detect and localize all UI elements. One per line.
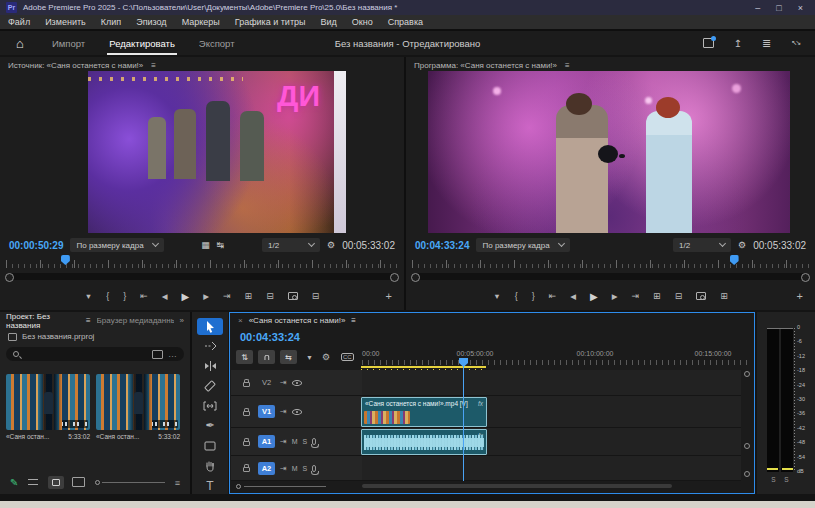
lock-icon[interactable] (243, 441, 250, 446)
hand-tool[interactable] (197, 457, 223, 474)
comparison-view-icon[interactable]: ↹ (217, 240, 225, 250)
thumbnail-zoom-slider[interactable] (95, 480, 164, 485)
export-frame-icon[interactable] (696, 292, 706, 300)
snap-magnet-icon[interactable]: U (258, 350, 275, 364)
timeline-hscrollbar[interactable] (362, 484, 672, 488)
mark-out-icon[interactable]: } (532, 291, 535, 301)
source-playhead[interactable] (61, 255, 70, 265)
tab-project[interactable]: Проект: Без названия (6, 312, 80, 330)
selection-tool[interactable] (197, 318, 223, 335)
add-button-icon[interactable]: + (797, 290, 803, 302)
project-clip-2[interactable]: «Саня остан... 5:33:02 (96, 374, 180, 440)
sync-lock-icon[interactable]: ⇥ (280, 437, 287, 446)
tab-media-browser[interactable]: Браузер медиаданных (97, 316, 174, 325)
minimize-button[interactable]: – (755, 3, 760, 13)
share-icon[interactable]: ↥ (734, 38, 742, 49)
icon-view-icon[interactable] (48, 476, 64, 489)
menu-help[interactable]: Справка (388, 17, 423, 27)
tab-edit[interactable]: Редактировать (97, 34, 187, 53)
solo-right-button[interactable]: S (784, 476, 788, 483)
more-tabs-icon[interactable]: » (180, 316, 184, 325)
source-scrub-ruler[interactable] (6, 256, 398, 268)
project-root-icon[interactable] (8, 333, 17, 341)
add-marker-icon[interactable]: ▼ (85, 292, 92, 301)
track-lane-a2[interactable] (362, 456, 741, 481)
lock-icon[interactable] (243, 411, 250, 416)
menu-markers[interactable]: Маркеры (182, 17, 220, 27)
menu-view[interactable]: Вид (321, 17, 337, 27)
clip-thumbnail[interactable] (96, 374, 180, 430)
ripple-edit-tool[interactable] (197, 358, 223, 375)
mic-icon[interactable] (312, 465, 316, 472)
timeline-settings-wrench-icon[interactable]: ⚙ (322, 352, 330, 362)
slip-tool[interactable] (197, 398, 223, 415)
track-visibility-icon[interactable] (292, 380, 302, 386)
proxy-toggle-icon[interactable]: ▦ (201, 240, 210, 250)
clip-thumbnail[interactable] (6, 374, 90, 430)
program-current-timecode[interactable]: 00:04:33:24 (415, 240, 469, 251)
audio-clip[interactable]: fx (361, 429, 487, 455)
step-back-icon[interactable]: ◀ (570, 292, 576, 301)
source-fit-dropdown[interactable]: По размеру кадра (70, 238, 163, 252)
export-frame-icon[interactable] (288, 292, 298, 300)
solo-left-button[interactable]: S (771, 476, 775, 483)
panel-menu-icon[interactable]: ≡ (565, 61, 570, 70)
goto-in-icon[interactable]: ⇤ (549, 291, 557, 301)
quick-export-icon[interactable] (703, 38, 714, 48)
program-scrub-ruler[interactable] (412, 256, 809, 268)
menu-window[interactable]: Окно (352, 17, 373, 27)
sync-lock-icon[interactable]: ⇥ (280, 464, 287, 473)
panel-menu-icon[interactable]: ≡ (86, 316, 91, 325)
clip-name[interactable]: «Саня остан... (6, 433, 49, 440)
menu-graphics[interactable]: Графика и титры (235, 17, 306, 27)
add-button-icon[interactable]: + (386, 290, 392, 302)
mute-button[interactable]: M (292, 465, 298, 472)
track-badge-v1[interactable]: V1 (258, 405, 275, 418)
workspaces-icon[interactable]: ≣ (762, 37, 771, 50)
freeform-view-icon[interactable] (74, 479, 85, 487)
play-icon[interactable]: ▶ (590, 291, 598, 302)
pen-tool[interactable]: ✒ (197, 417, 223, 434)
goto-out-icon[interactable]: ⇥ (223, 291, 231, 301)
program-fit-dropdown[interactable]: По размеру кадра (476, 238, 569, 252)
scroll-handle[interactable] (744, 471, 750, 477)
step-forward-icon[interactable]: ▶ (203, 292, 209, 301)
timeline-zoom-slider[interactable] (236, 484, 326, 489)
track-lane-v2[interactable] (362, 370, 741, 396)
comparison-view-icon[interactable]: ⊞ (720, 291, 728, 301)
insert-icon[interactable]: ⊞ (245, 291, 253, 301)
add-marker-icon[interactable]: ▼ (306, 354, 313, 361)
program-playhead[interactable] (730, 255, 739, 265)
timeline-timecode[interactable]: 00:04:33:24 (240, 331, 300, 343)
play-icon[interactable]: ▶ (182, 291, 190, 302)
audio-meter-bars[interactable] (767, 328, 793, 472)
source-current-timecode[interactable]: 00:00:50:29 (9, 240, 63, 251)
track-badge-a2[interactable]: A2 (258, 462, 275, 475)
mark-in-icon[interactable]: { (515, 291, 518, 301)
solo-button[interactable]: S (303, 465, 308, 472)
rectangle-tool[interactable] (197, 437, 223, 454)
overwrite-icon[interactable]: ⊟ (266, 291, 274, 301)
goto-in-icon[interactable]: ⇤ (140, 291, 148, 301)
list-view-icon[interactable] (28, 479, 38, 487)
track-badge-a1[interactable]: A1 (258, 435, 275, 448)
home-icon[interactable]: ⌂ (0, 36, 40, 51)
sort-icon[interactable]: ≡ (175, 478, 180, 488)
track-visibility-icon[interactable] (292, 409, 302, 415)
source-resolution-dropdown[interactable]: 1/2 (262, 238, 320, 252)
type-tool[interactable]: T (197, 477, 223, 494)
tab-import[interactable]: Импорт (40, 34, 97, 53)
captions-icon[interactable]: CC (341, 353, 354, 361)
clip-name[interactable]: «Саня остан... (96, 433, 139, 440)
close-button[interactable]: × (798, 3, 803, 13)
settings-wrench-icon[interactable]: ⚙ (738, 240, 746, 250)
sequence-tab[interactable]: «Саня останется с нами!» (249, 316, 346, 325)
timeline-ruler[interactable]: 00:00 00:05:00:00 00:10:00:00 00:15:00:0… (362, 349, 749, 365)
lock-icon[interactable] (243, 382, 250, 387)
scroll-handle[interactable] (744, 371, 750, 377)
sync-lock-icon[interactable]: ⇥ (280, 378, 287, 387)
button-editor-icon[interactable]: ⊟ (312, 291, 320, 301)
lock-icon[interactable] (243, 467, 250, 472)
settings-wrench-icon[interactable]: ⚙ (327, 240, 335, 250)
nest-toggle-icon[interactable]: ⇅ (236, 350, 253, 364)
